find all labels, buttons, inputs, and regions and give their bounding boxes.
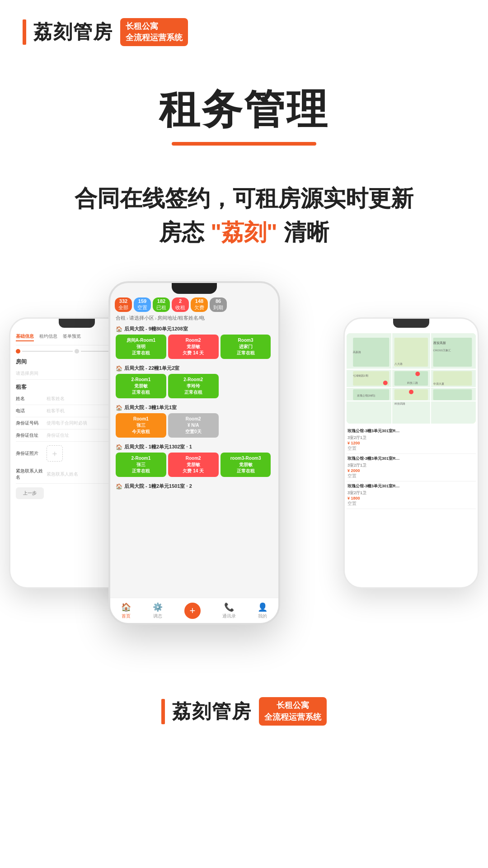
home-icon: 🏠 (121, 602, 131, 612)
tab-all[interactable]: 332 全部 (115, 297, 132, 312)
building-3-rooms: Room1 张三 今天收租 Room2 ¥ N/A 空置0天 (114, 412, 275, 440)
room-card[interactable]: Room2 ¥ N/A 空置0天 (168, 413, 219, 438)
svg-text:西安高新: 西安高新 (433, 341, 446, 344)
room-card[interactable]: Room2 党朋敏 欠费 14 天 (168, 453, 219, 477)
subtitle-prefix: 房态 (159, 220, 204, 245)
tab-basic-info[interactable]: 基础信息 (16, 333, 34, 341)
badge-line2: 全流程运营系统 (126, 32, 183, 43)
room-status: 正常在租 (222, 350, 269, 356)
room-name: Room1 (117, 416, 164, 422)
property-status-3: 空置 (347, 500, 475, 507)
room-card[interactable]: 2-Room2 李玲玲 正常在租 (168, 374, 219, 398)
back-button[interactable]: 上一步 (16, 487, 44, 499)
property-item-2[interactable]: 玫瑰公馆-3幢3单元301室R… 3室2厅1卫 ¥ 2000 空置 (347, 454, 476, 481)
tab-expiring[interactable]: 86 到期 (210, 297, 227, 312)
room-card[interactable]: Room2 党朋敏 欠费 14 天 (168, 335, 219, 359)
phone-right: 西安高新 高新路 八大路 CROSS万象汇 七域铭园2期 科技二路 攻瑰公馆[3… (343, 317, 479, 589)
nav-home[interactable]: 🏠 首页 (121, 602, 131, 619)
photo-upload-button[interactable]: ＋ (47, 445, 63, 462)
tab-rented[interactable]: 182 已租 (153, 297, 170, 312)
building-5: 🏠 后局大院 - 1幢2单元1501室 · 2 (114, 481, 275, 491)
tab-vacant[interactable]: 159 空置 (134, 297, 151, 312)
property-price-row-1: ¥ 1200 (347, 441, 475, 445)
room-card[interactable]: Room1 张三 今天收租 (116, 413, 166, 438)
room-status: 正常在租 (170, 389, 217, 396)
room-card[interactable]: 2-Room1 张三 正常在租 (116, 453, 166, 477)
svg-text:CROSS万象汇: CROSS万象汇 (433, 349, 451, 352)
tab-preview[interactable]: 签单预览 (63, 333, 81, 341)
breadcrumb-arrow-1: › (127, 316, 128, 321)
tab-lease-info[interactable]: 租约信息 (39, 333, 57, 341)
tab-vacant-num: 159 (138, 298, 146, 304)
building-4-rooms: 2-Room1 张三 正常在租 Room2 党朋敏 欠费 14 天 room3-… (114, 452, 275, 480)
room-status: 今天收租 (117, 429, 164, 435)
room-card[interactable]: 2-Room1 党朋敏 正常在租 (116, 374, 166, 398)
property-price-2: ¥ 2000 (347, 468, 360, 473)
nav-contacts[interactable]: 📞 通讯录 (222, 602, 236, 619)
property-name-1: 玫瑰公馆-3幢3单元301室R… (347, 428, 475, 434)
nav-mine[interactable]: 👤 我的 (258, 602, 267, 619)
tab-rented-num: 182 (157, 298, 165, 304)
room-card[interactable]: room3-Room3 党朋敏 正常在租 (221, 453, 271, 477)
svg-point-26 (415, 372, 420, 376)
nav-contacts-label: 通讯录 (222, 613, 236, 619)
center-phone-notch (172, 283, 217, 294)
tab-all-label: 全部 (118, 304, 128, 311)
property-item-3[interactable]: 玫瑰公馆-3幢3单元301室R… 3室2厅1卫 ¥ 1800 空置 (347, 481, 476, 509)
property-status-1: 空置 (347, 445, 475, 452)
footer-badge-line1: 长租公寓 (264, 700, 321, 711)
mine-icon: 👤 (258, 602, 267, 612)
room-tenant: ¥ N/A (170, 422, 217, 429)
room-card[interactable]: 房间A-Room1 张明 正常在租 (116, 335, 166, 359)
dot-1 (16, 349, 20, 354)
room-tenant: 张三 (117, 422, 164, 429)
tab-collect-label: 收租 (175, 304, 185, 311)
footer-logo: 荔刻管房 (172, 699, 252, 724)
name-label: 姓名 (16, 396, 43, 402)
svg-text:攻瑰公馆[39间]: 攻瑰公馆[39间] (357, 394, 375, 397)
room-card[interactable]: Room3 进家门 正常在租 (221, 335, 271, 359)
building-icon-5: 🏠 (116, 483, 122, 490)
status-tabs: 332 全部 159 空置 182 已租 2 收租 148 欠费 (114, 296, 275, 314)
breadcrumb-1[interactable]: 合租 (116, 315, 126, 321)
building-icon-3: 🏠 (116, 405, 122, 411)
bottom-nav: 🏠 首页 ⚙️ 调态 + 📞 通讯录 👤 我的 (110, 598, 278, 623)
footer-badge-line2: 全流程运营系统 (264, 712, 321, 723)
header: 荔刻管房 长租公寓 全流程运营系统 (0, 0, 488, 55)
building-3: 🏠 后局大院 - 3幢1单元1室 Room1 张三 今天收租 Room2 ¥ N… (114, 403, 275, 440)
building-2-rooms: 2-Room1 党朋敏 正常在租 2-Room2 李玲玲 正常在租 (114, 373, 275, 401)
room-name: 2-Room1 (117, 377, 164, 383)
room-tenant: 张三 (117, 462, 164, 468)
nav-add-button[interactable]: + (184, 603, 201, 619)
breadcrumb-2[interactable]: 请选择小区 (129, 315, 154, 321)
breadcrumb: 合租 › 请选择小区 › 房间地址/租客姓名/电 (114, 314, 275, 322)
tab-expiring-label: 到期 (213, 304, 223, 311)
nav-home-label: 首页 (122, 613, 131, 619)
room-tenant: 进家门 (222, 344, 269, 350)
status-icon: ⚙️ (153, 602, 163, 612)
room-status: 空置0天 (170, 429, 217, 435)
property-item-1[interactable]: 玫瑰公馆-3幢3单元301室R… 3室2厅1卫 ¥ 1200 空置 (347, 426, 476, 454)
nav-status[interactable]: ⚙️ 调态 (153, 602, 163, 619)
building-5-name: 后局大院 - 1幢2单元1501室 · 2 (124, 483, 192, 490)
tab-overdue-label: 欠费 (194, 304, 204, 311)
tab-all-num: 332 (119, 298, 127, 304)
tab-collect[interactable]: 2 收租 (172, 297, 189, 312)
property-price-row-3: ¥ 1800 (347, 496, 475, 500)
building-icon: 🏠 (116, 326, 122, 332)
svg-text:高新路: 高新路 (353, 350, 361, 354)
tab-vacant-label: 空置 (137, 304, 147, 311)
photo-label: 身份证照片 (16, 450, 43, 457)
property-layout-3: 3室2厅1卫 (347, 491, 366, 495)
room-name: Room2 (170, 455, 217, 462)
room-status: 欠费 14 天 (170, 468, 217, 474)
property-price-row-2: ¥ 2000 (347, 468, 475, 473)
property-layout-2: 3室2厅1卫 (347, 463, 366, 467)
map-display: 西安高新 高新路 八大路 CROSS万象汇 七域铭园2期 科技二路 攻瑰公馆[3… (347, 333, 476, 424)
room-name: 2-Room2 (170, 377, 217, 383)
emergency-label: 紧急联系人姓名 (16, 468, 43, 481)
building-1: 🏠 后局大院 - 9幢80单元1208室 房间A-Room1 张明 正常在租 R… (114, 324, 275, 362)
tab-overdue[interactable]: 148 欠费 (191, 297, 208, 312)
building-4-title: 🏠 后局大院 - 1幢2单元1302室 · 1 (114, 442, 275, 452)
title-underline (172, 142, 316, 146)
